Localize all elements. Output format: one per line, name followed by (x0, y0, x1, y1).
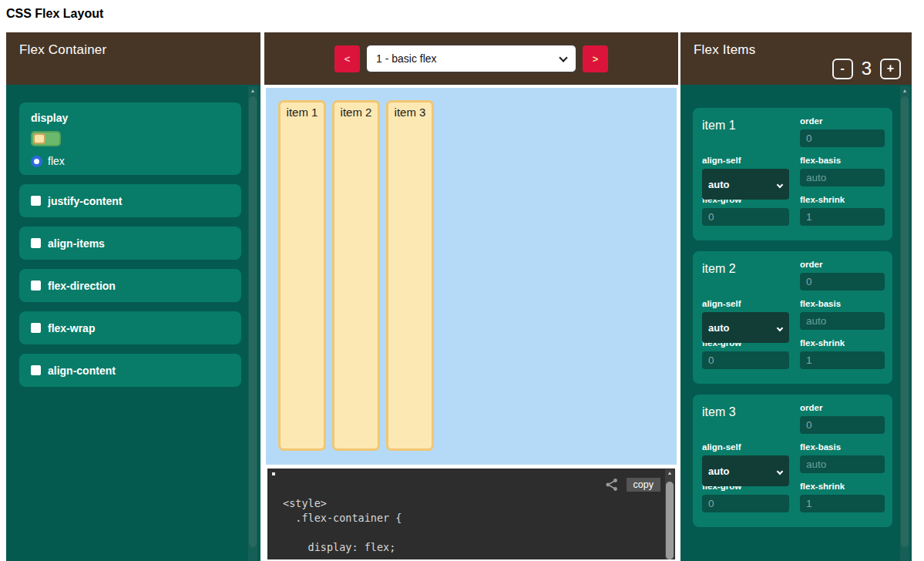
align-self-label: align-self (702, 442, 789, 452)
code-panel: copy <style> .flex-container { display: … (266, 467, 677, 561)
next-example-button[interactable]: > (583, 45, 608, 72)
item-3-flex-shrink-input[interactable] (800, 495, 885, 512)
code-scroll-up-arrow-icon[interactable]: ▲ (665, 470, 674, 475)
align-content-label: align-content (48, 364, 116, 377)
right-scrollbar-thumb[interactable] (901, 96, 909, 547)
item-1-align-self-select[interactable]: auto (702, 169, 789, 200)
preview-item-3: item 3 (386, 100, 434, 451)
item-2-card: item 2 order align-self auto (693, 251, 892, 384)
flex-basis-label: flex-basis (800, 299, 885, 308)
flex-radio-label: flex (48, 155, 65, 167)
prev-example-button[interactable]: < (334, 45, 360, 72)
display-toggle-knob[interactable] (33, 133, 45, 144)
justify-content-card: justify-content (19, 184, 241, 217)
display-toggle[interactable] (31, 131, 61, 146)
flex-container-header: Flex Container (6, 32, 260, 85)
item-1-flex-basis-input[interactable] (800, 169, 885, 186)
order-label: order (800, 116, 885, 126)
preview-panel: < 1 - basic flex > item 1 item 2 item 3 (264, 32, 678, 561)
flex-wrap-label: flex-wrap (48, 322, 95, 334)
justify-content-label: justify-content (48, 195, 122, 207)
add-item-button[interactable]: + (880, 59, 901, 79)
preview-item-2: item 2 (332, 100, 380, 451)
generated-css-code: <style> .flex-container { display: flex; (283, 496, 402, 555)
display-card: display flex (19, 102, 241, 175)
item-3-card-title: item 3 (702, 403, 789, 434)
right-panel-scrollbar[interactable]: ▲ (900, 86, 909, 561)
copy-button[interactable]: copy (627, 478, 660, 492)
item-1-card: item 1 order align-self auto (693, 108, 892, 240)
item-count-stepper: - 3 + (832, 58, 901, 79)
flex-items-body: item 1 order align-self auto (680, 85, 912, 561)
item-1-order-input[interactable] (800, 129, 885, 147)
flex-radio[interactable] (31, 156, 42, 167)
align-content-checkbox[interactable] (31, 365, 41, 375)
flex-direction-label: flex-direction (48, 280, 116, 292)
display-label: display (31, 112, 230, 124)
flex-container-body: display flex justify-content alig (6, 85, 260, 561)
flex-items-title: Flex Items (694, 42, 755, 58)
flex-items-panel: Flex Items - 3 + item 1 order align-self (680, 32, 912, 561)
item-3-card: item 3 order align-self auto (693, 395, 892, 527)
preview-item-1: item 1 (278, 100, 326, 451)
flex-preview-container: item 1 item 2 item 3 (266, 88, 677, 465)
flex-items-header: Flex Items - 3 + (680, 32, 912, 85)
flex-direction-card: flex-direction (19, 269, 241, 302)
remove-item-button[interactable]: - (832, 59, 853, 79)
item-count: 3 (862, 58, 872, 79)
flex-container-panel: Flex Container display flex justify-cont… (6, 32, 260, 561)
share-icon[interactable] (605, 478, 619, 492)
item-2-card-title: item 2 (702, 260, 789, 291)
align-content-card: align-content (19, 354, 241, 387)
flex-shrink-label: flex-shrink (800, 482, 885, 491)
align-items-label: align-items (48, 237, 105, 250)
item-3-order-input[interactable] (800, 416, 885, 434)
align-items-card: align-items (19, 227, 241, 260)
main-layout: Flex Container display flex justify-cont… (6, 32, 912, 561)
code-scrollbar-thumb[interactable] (666, 482, 674, 559)
example-select[interactable]: 1 - basic flex (366, 45, 576, 72)
flex-basis-label: flex-basis (800, 442, 885, 452)
flex-shrink-label: flex-shrink (800, 338, 885, 348)
item-2-flex-basis-input[interactable] (800, 312, 885, 330)
item-3-align-self-select[interactable]: auto (702, 455, 789, 486)
item-2-flex-shrink-input[interactable] (800, 351, 885, 369)
code-scrollbar[interactable]: ▲ (665, 469, 674, 559)
align-items-checkbox[interactable] (31, 238, 41, 248)
flex-basis-label: flex-basis (800, 156, 885, 165)
scroll-up-arrow-icon[interactable]: ▲ (900, 87, 909, 95)
item-1-flex-shrink-input[interactable] (800, 208, 885, 226)
item-2-order-input[interactable] (800, 273, 885, 291)
flex-wrap-checkbox[interactable] (31, 323, 41, 333)
left-scrollbar-thumb[interactable] (249, 96, 257, 547)
display-flex-radio-row: flex (31, 155, 230, 167)
item-2-flex-grow-input[interactable] (702, 351, 789, 369)
order-label: order (800, 403, 885, 412)
flex-wrap-card: flex-wrap (19, 311, 241, 344)
align-self-label: align-self (702, 156, 789, 165)
flex-container-title: Flex Container (19, 42, 106, 58)
item-1-card-title: item 1 (702, 116, 789, 147)
justify-content-checkbox[interactable] (31, 196, 41, 206)
scroll-up-arrow-icon[interactable]: ▲ (248, 87, 257, 95)
code-panel-dot (272, 472, 275, 475)
item-3-flex-grow-input[interactable] (702, 495, 789, 512)
page-title: CSS Flex Layout (6, 7, 103, 21)
flex-shrink-label: flex-shrink (800, 195, 885, 204)
item-1-flex-grow-input[interactable] (702, 208, 789, 226)
example-select-wrap: 1 - basic flex (366, 45, 576, 72)
align-self-label: align-self (702, 299, 789, 308)
code-controls: copy (605, 478, 660, 492)
left-panel-scrollbar[interactable]: ▲ (248, 86, 257, 561)
item-2-align-self-select[interactable]: auto (702, 312, 789, 343)
flex-direction-checkbox[interactable] (31, 280, 41, 291)
example-nav-bar: < 1 - basic flex > (264, 32, 678, 85)
item-3-flex-basis-input[interactable] (800, 455, 885, 473)
order-label: order (800, 260, 885, 269)
